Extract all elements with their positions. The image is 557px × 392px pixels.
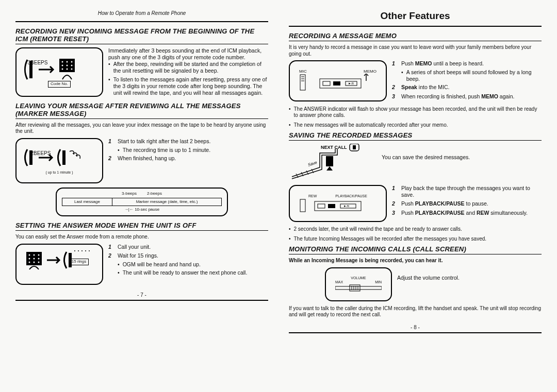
svg-rect-34 (323, 81, 330, 86)
note-text: The new messages will be automatically r… (294, 122, 448, 129)
intro-text: It is very handy to record a message in … (289, 44, 542, 57)
svg-point-19 (38, 258, 40, 259)
svg-rect-39 (353, 145, 356, 149)
svg-text:►/II: ►/II (343, 204, 349, 208)
section-title: LEAVING YOUR MESSAGE AFTER REVIEWING ALL… (15, 102, 268, 119)
svg-text:Save: Save (307, 160, 318, 167)
svg-point-20 (29, 261, 30, 263)
step-text: Push PLAYBACK/PAUSE to pause. (401, 200, 488, 207)
step-text: Call your unit. (118, 244, 151, 250)
note-text: If you want to talk to the caller during… (289, 305, 542, 318)
page-number: - 7 - (15, 292, 268, 298)
bullet-text: The recording time is up to 1 minute. (123, 147, 210, 154)
figure-rew-playback: REWPLAYBACK/PAUSE ►/II (289, 185, 387, 222)
tape-label: 10-sec pause (135, 207, 159, 212)
tape-label: 2-beeps (147, 192, 162, 196)
intro-text: You can easily set the Answer mode from … (15, 234, 268, 241)
svg-point-3 (67, 61, 68, 63)
section-title: RECORDING A MESSAGE MEMO (289, 32, 542, 41)
min-label: MIN (375, 280, 382, 284)
svg-rect-53 (350, 285, 360, 291)
svg-point-18 (34, 258, 35, 259)
body-text: Adjust the volume control. (397, 275, 460, 281)
rule (289, 26, 542, 27)
figure-answer-mode: 15 rings (15, 244, 103, 285)
svg-rect-49 (328, 204, 335, 208)
section-title: MONITORING THE INCOMING CALLS (CALL SCRE… (289, 245, 542, 254)
volume-label: VOLUME (351, 276, 366, 280)
svg-rect-46 (300, 199, 305, 212)
step-text: Speak into the MIC. (401, 84, 449, 91)
svg-text:►/II: ►/II (348, 82, 354, 85)
step-text: Play back the tape through the messages … (401, 185, 542, 198)
svg-point-21 (34, 261, 35, 263)
body-text: You can save the desired messages. (382, 154, 470, 160)
intro-text: While an Incoming Message is being recor… (289, 258, 542, 264)
svg-point-10 (71, 69, 73, 70)
other-features-heading: Other Features (289, 10, 542, 22)
rew-label: REW (308, 194, 317, 198)
tape-segment: Marker message (date, time, etc.) (112, 198, 221, 206)
step-text: Start to talk right after the last 2 bee… (118, 138, 210, 145)
rule (15, 300, 268, 301)
figure-label: 3BEEPS (28, 60, 48, 65)
bullet-text: OGM will be heard and hand up. (123, 261, 201, 268)
page-number: - 8 - (289, 325, 542, 330)
bullet-text: To listen to the messages again after re… (113, 76, 268, 96)
section-title: SAVING THE RECORDED MESSAGES (289, 131, 542, 141)
figure-volume: VOLUME MAXMIN (325, 267, 392, 301)
step-text: Push MEMO until a beep is heard. (401, 60, 484, 67)
rings-box: 15 rings (69, 259, 89, 265)
step-text: Push PLAYBACK/PAUSE and REW simultaneous… (401, 210, 528, 216)
svg-point-4 (71, 61, 73, 63)
step-text: Wait for 15 rings. (118, 252, 158, 259)
bullet-text: The unit will be ready to answer the nex… (123, 269, 248, 276)
page-header: How to Operate from a Remote Phone (15, 10, 268, 16)
bullet-text: A series of short beeps will sound follo… (406, 69, 542, 82)
section-title: RECORDING NEW INCOMING MESSAGE FROM THE … (15, 27, 268, 44)
svg-rect-35 (333, 81, 340, 86)
svg-point-22 (38, 261, 40, 263)
svg-point-15 (34, 254, 35, 255)
mic-label: MIC (299, 70, 307, 74)
svg-point-6 (67, 65, 68, 66)
intro-text: After reviewing all the messages, you ca… (15, 122, 268, 135)
playback-label: PLAYBACK/PAUSE (335, 194, 367, 198)
svg-rect-48 (318, 204, 325, 208)
svg-point-24 (74, 250, 75, 251)
section-title: SETTING THE ANSWER MODE WHEN THE UNIT IS… (15, 221, 268, 231)
figure-tape-diagram: 3-beeps2-beeps Last message Marker messa… (56, 188, 228, 216)
figure-marker-msg: 2BEEPS ( up to 1 minute ) (15, 138, 103, 183)
svg-rect-44 (326, 156, 333, 166)
svg-point-8 (62, 69, 63, 70)
note-text: 2 seconds later, the unit will rewind th… (294, 226, 462, 233)
figure-memo-unit: MICMEMO ►/II (289, 60, 387, 101)
rule (289, 332, 542, 333)
max-label: MAX (335, 280, 343, 284)
svg-point-25 (78, 250, 79, 251)
note-text: The ANSWER indicator will flash to show … (294, 106, 542, 119)
bullet-text: After the beep, rewinding will be starte… (113, 61, 268, 74)
svg-point-7 (71, 65, 73, 66)
svg-rect-12 (62, 150, 65, 165)
figure-label: 2BEEPS (31, 150, 51, 156)
figure-remote-reset: 3BEEPS Code No. (15, 47, 103, 97)
svg-point-2 (62, 61, 63, 63)
figure-sub: up to 1 minute (48, 171, 71, 174)
tape-segment: Last message (62, 198, 112, 206)
next-call-label: NEXT CALL (321, 145, 347, 150)
svg-point-28 (89, 250, 90, 251)
step-text: When recording is finished, push MEMO ag… (401, 93, 514, 100)
tape-label: 3-beeps (122, 192, 137, 196)
memo-label: MEMO (364, 70, 376, 74)
svg-rect-52 (335, 286, 382, 289)
svg-rect-47 (315, 201, 361, 211)
svg-point-16 (38, 254, 40, 255)
svg-point-5 (62, 65, 63, 66)
body-text: Immediately after 3 beeps sounding at th… (108, 47, 268, 61)
svg-point-14 (29, 254, 30, 255)
rule (15, 21, 268, 22)
svg-point-17 (29, 258, 30, 259)
svg-point-9 (67, 69, 68, 70)
svg-point-27 (85, 250, 86, 251)
